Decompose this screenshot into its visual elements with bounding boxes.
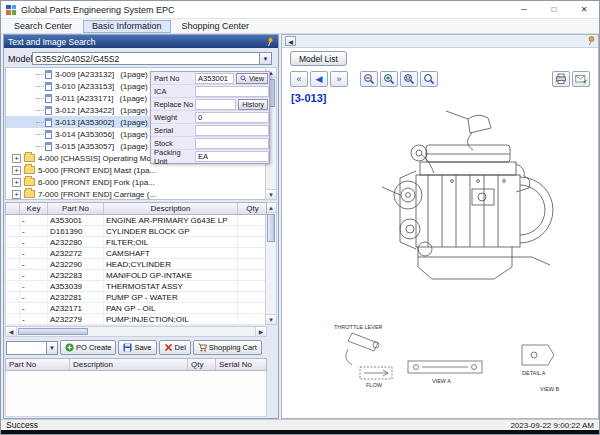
- grid-horizontal-scrollbar[interactable]: ◀ ▶: [5, 326, 267, 337]
- parts-table-row[interactable]: -A353001ENGINE AR-PRIMARY G643E LP: [6, 215, 266, 226]
- first-page-icon[interactable]: «: [290, 71, 308, 87]
- prev-page-icon[interactable]: ◀: [310, 71, 328, 87]
- model-dropdown-icon[interactable]: ▼: [260, 52, 272, 65]
- grid-scrollbar[interactable]: ▲ ▼: [265, 202, 277, 325]
- row-icon-cell: [6, 248, 20, 258]
- status-message: Success: [6, 420, 38, 430]
- zoom-fit-icon[interactable]: [400, 71, 418, 87]
- description-cell: MANIFOLD GP-INTAKE: [104, 270, 238, 280]
- tree-expander-icon[interactable]: +: [12, 154, 21, 163]
- row-icon-cell: [6, 281, 20, 291]
- email-icon[interactable]: [572, 71, 590, 87]
- header-description[interactable]: Description: [104, 203, 238, 214]
- key-cell: -: [20, 248, 48, 258]
- history-button[interactable]: History: [238, 99, 268, 110]
- save-button[interactable]: Save: [118, 340, 156, 355]
- scroll-down-icon[interactable]: ▼: [266, 314, 276, 324]
- part-info-value[interactable]: 0: [195, 112, 269, 123]
- next-page-icon[interactable]: »: [330, 71, 348, 87]
- scroll-left-icon[interactable]: ◀: [6, 327, 17, 336]
- cart-header-description[interactable]: Description: [70, 359, 188, 370]
- header-part-no[interactable]: Part No: [48, 203, 104, 214]
- viewer-header: ◀: [282, 35, 598, 48]
- tree-connector: [36, 86, 44, 87]
- tree-expander-icon[interactable]: +: [12, 166, 21, 175]
- part-info-value[interactable]: A353001: [195, 73, 234, 84]
- zoom-in-icon[interactable]: [380, 71, 398, 87]
- tab-basic-information[interactable]: Basic Information: [83, 20, 171, 33]
- delete-button[interactable]: Del: [159, 340, 191, 355]
- view-button[interactable]: View: [236, 73, 268, 84]
- part-no-cell: A232171: [48, 303, 104, 313]
- app-window: Global Parts Engineering System EPC ─ □ …: [0, 0, 600, 435]
- minimize-button[interactable]: ─: [509, 1, 539, 18]
- qty-cell: [238, 248, 267, 258]
- folder-icon: [24, 166, 35, 174]
- part-info-row: ICA: [151, 85, 269, 98]
- model-input[interactable]: [32, 52, 260, 65]
- parts-table-row[interactable]: -A232280FILTER;OIL: [6, 237, 266, 248]
- parts-table-row[interactable]: -A232171PAN GP - OIL: [6, 303, 266, 314]
- tree-item[interactable]: +6-000 [FRONT END] Fork (1pa...: [6, 176, 266, 188]
- part-no-cell: A353001: [48, 215, 104, 225]
- scroll-up-icon[interactable]: ▲: [266, 203, 276, 213]
- print-icon[interactable]: [552, 71, 570, 87]
- app-icon: [6, 5, 16, 15]
- parts-table-row[interactable]: -A232283MANIFOLD GP-INTAKE: [6, 270, 266, 281]
- model-list-button[interactable]: Model List: [290, 51, 347, 66]
- model-label: Model: [6, 54, 32, 64]
- part-info-value[interactable]: [195, 138, 269, 149]
- scroll-right-icon[interactable]: ▶: [255, 327, 266, 336]
- po-create-button[interactable]: PO Create: [60, 340, 116, 355]
- part-info-value[interactable]: [195, 99, 236, 110]
- document-icon: [45, 130, 52, 139]
- parts-table-row[interactable]: -A232279PUMP;INJECTION;OIL: [6, 314, 266, 325]
- zoom-actual-icon[interactable]: [420, 71, 438, 87]
- quantity-combobox[interactable]: ▼: [6, 341, 58, 355]
- header-key[interactable]: Key: [20, 203, 48, 214]
- maximize-button[interactable]: □: [539, 1, 569, 18]
- tab-shopping-center[interactable]: Shopping Center: [173, 20, 259, 33]
- part-info-value[interactable]: [195, 86, 269, 97]
- close-button[interactable]: ✕: [569, 1, 599, 18]
- row-icon-cell: [6, 314, 20, 324]
- scroll-down-icon[interactable]: ▼: [266, 189, 276, 199]
- folder-icon: [24, 190, 35, 198]
- key-cell: -: [20, 281, 48, 291]
- zoom-out-icon[interactable]: [360, 71, 378, 87]
- shopping-cart-button[interactable]: Shopping Cart: [193, 340, 262, 355]
- scroll-thumb[interactable]: [267, 214, 275, 242]
- document-icon: [45, 142, 52, 151]
- cart-header-qty[interactable]: Qty: [188, 359, 216, 370]
- qty-cell: [238, 215, 267, 225]
- pin-icon[interactable]: [266, 37, 274, 47]
- engine-diagram[interactable]: THROTTLE LEVER FLOW VIEW A DETAIL A VIEW…: [326, 107, 566, 415]
- parts-table-row[interactable]: -A353039THERMOSTAT ASSY: [6, 281, 266, 292]
- scroll-thumb[interactable]: [18, 328, 88, 335]
- part-info-value[interactable]: [195, 125, 269, 136]
- tree-expander-icon[interactable]: +: [12, 190, 21, 199]
- pin-icon[interactable]: [587, 36, 595, 46]
- tree-item[interactable]: +7-000 [FRONT END] Carriage (...: [6, 188, 266, 200]
- tree-item-label: 5-000 [FRONT END] Mast (1pa...: [38, 166, 156, 175]
- tree-item-label: 3-009 [A233132]: [55, 70, 114, 79]
- cart-header-part-no[interactable]: Part No: [6, 359, 70, 370]
- cart-header-serial-no[interactable]: Serial No: [216, 359, 266, 370]
- part-info-panel: Part NoA353001ViewICAReplace NoHistoryWe…: [150, 71, 270, 164]
- chevron-down-icon[interactable]: ▼: [46, 342, 57, 354]
- key-cell: -: [20, 215, 48, 225]
- tree-item[interactable]: +5-000 [FRONT END] Mast (1pa...: [6, 164, 266, 176]
- header-qty[interactable]: Qty: [238, 203, 267, 214]
- parts-table-row[interactable]: -D161390CYLINDER BLOCK GP: [6, 226, 266, 237]
- part-no-cell: A232280: [48, 237, 104, 247]
- parts-table-row[interactable]: -A232272CAMSHAFT: [6, 248, 266, 259]
- collapse-panel-icon[interactable]: ◀: [285, 36, 296, 46]
- description-cell: PUMP;INJECTION;OIL: [104, 314, 238, 324]
- tree-expander-icon[interactable]: +: [12, 178, 21, 187]
- parts-table-row[interactable]: -A232290HEAD;CYLINDER: [6, 259, 266, 270]
- header-icon-cell[interactable]: [6, 203, 20, 214]
- tab-search-center[interactable]: Search Center: [5, 20, 81, 33]
- part-info-value[interactable]: EA: [195, 151, 269, 162]
- parts-table-row[interactable]: -A232281PUMP GP - WATER: [6, 292, 266, 303]
- diagram-label-view-a: VIEW A: [432, 378, 451, 384]
